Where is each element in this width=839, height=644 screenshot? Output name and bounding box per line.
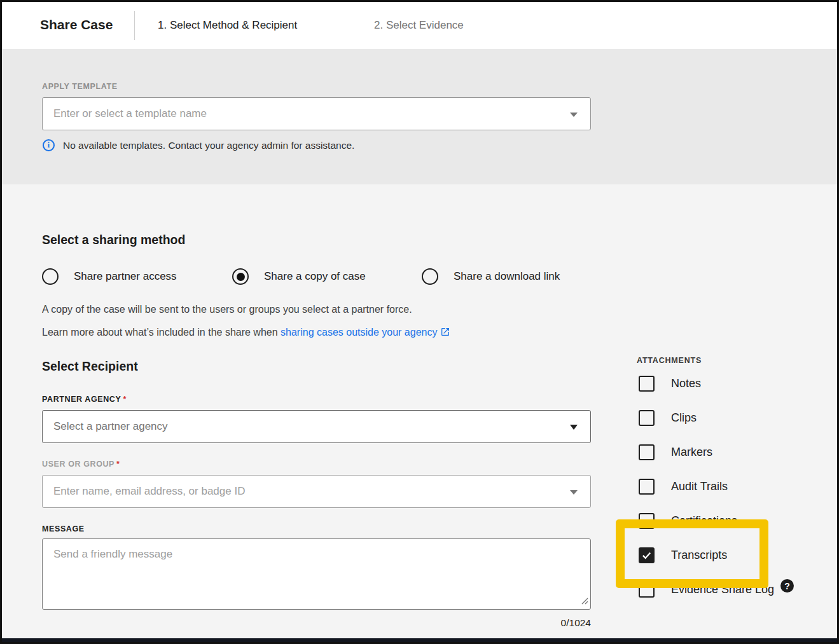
step-select-method-recipient[interactable]: 1. Select Method & Recipient <box>158 19 297 32</box>
footer-bar <box>2 638 837 642</box>
attachment-markers[interactable]: Markers <box>639 444 712 460</box>
radio-share-copy-of-case[interactable]: Share a copy of case <box>232 268 366 285</box>
select-recipient-heading: Select Recipient <box>42 359 138 374</box>
attachment-evidence-share-log[interactable]: Evidence Share Log ? <box>639 582 794 598</box>
attachment-transcripts[interactable]: Transcripts <box>639 547 727 563</box>
radio-share-download-link[interactable]: Share a download link <box>422 268 560 285</box>
step-select-evidence[interactable]: 2. Select Evidence <box>374 19 464 32</box>
checkbox-unchecked-icon[interactable] <box>639 582 655 598</box>
template-combobox[interactable] <box>42 97 591 130</box>
help-icon[interactable]: ? <box>780 579 794 593</box>
page-title: Share Case <box>40 17 113 32</box>
share-case-dialog: Share Case 1. Select Method & Recipient … <box>0 0 839 644</box>
message-field <box>42 538 591 610</box>
template-info-text: No available templates. Contact your age… <box>63 140 354 151</box>
checkbox-unchecked-icon[interactable] <box>639 513 655 529</box>
external-link-icon <box>440 327 450 339</box>
radio-unselected-icon <box>42 268 59 285</box>
sharing-cases-outside-agency-link[interactable]: sharing cases outside your agency <box>281 327 437 338</box>
apply-template-section: APPLY TEMPLATE i No available templates.… <box>2 49 837 184</box>
partner-agency-label: PARTNER AGENCY* <box>42 395 127 404</box>
required-asterisk: * <box>116 460 120 469</box>
checkbox-unchecked-icon[interactable] <box>639 376 655 392</box>
radio-selected-icon <box>232 268 249 285</box>
sharing-method-heading: Select a sharing method <box>42 233 185 247</box>
checkbox-unchecked-icon[interactable] <box>639 410 655 426</box>
checkbox-unchecked-icon[interactable] <box>639 444 655 460</box>
user-or-group-input[interactable] <box>43 476 590 507</box>
template-info-row: i No available templates. Contact your a… <box>43 139 354 151</box>
user-or-group-combobox[interactable] <box>42 475 591 508</box>
message-textarea[interactable] <box>43 539 590 609</box>
attachment-clips[interactable]: Clips <box>639 410 697 426</box>
attachment-certifications[interactable]: Certifications <box>639 513 737 529</box>
radio-share-partner-access[interactable]: Share partner access <box>42 268 177 285</box>
template-input[interactable] <box>43 98 590 130</box>
user-or-group-label: USER OR GROUP* <box>42 460 120 469</box>
message-char-counter: 0/1024 <box>42 617 591 629</box>
sharing-method-description: A copy of the case will be sent to the u… <box>42 304 412 315</box>
message-label: MESSAGE <box>42 524 85 533</box>
dialog-header: Share Case 1. Select Method & Recipient … <box>2 2 837 49</box>
radio-unselected-icon <box>422 268 438 285</box>
attachment-audit-trails[interactable]: Audit Trails <box>639 479 728 495</box>
attachments-label: ATTACHMENTS <box>637 356 702 365</box>
apply-template-label: APPLY TEMPLATE <box>42 82 118 91</box>
info-icon: i <box>43 139 55 151</box>
header-divider <box>134 11 135 40</box>
partner-agency-input[interactable] <box>43 411 590 442</box>
required-asterisk: * <box>123 395 126 404</box>
partner-agency-select[interactable] <box>42 410 591 443</box>
attachment-notes[interactable]: Notes <box>639 376 701 392</box>
learn-more-line: Learn more about what’s included in the … <box>42 327 450 339</box>
checkbox-checked-icon[interactable] <box>639 547 655 563</box>
checkbox-unchecked-icon[interactable] <box>639 479 655 495</box>
